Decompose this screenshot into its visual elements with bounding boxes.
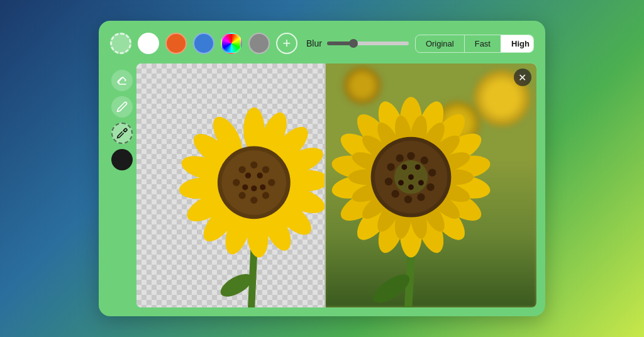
swatch-transparent[interactable]: [110, 33, 131, 54]
close-button[interactable]: ✕: [514, 69, 531, 86]
svg-point-84: [415, 164, 421, 170]
svg-point-74: [407, 152, 414, 160]
pencil-tool-button[interactable]: [111, 96, 133, 118]
brush-size-button[interactable]: [111, 149, 133, 170]
main-area: ✕: [108, 64, 536, 307]
quality-high-button[interactable]: High: [501, 35, 534, 52]
svg-point-25: [239, 192, 246, 199]
side-tools: [108, 64, 136, 307]
svg-point-76: [428, 168, 436, 176]
svg-point-28: [257, 172, 262, 178]
svg-point-83: [396, 154, 403, 162]
svg-point-21: [262, 166, 269, 173]
swatch-blue[interactable]: [193, 33, 214, 54]
blur-slider[interactable]: [327, 41, 409, 45]
svg-point-29: [245, 172, 251, 178]
svg-point-20: [250, 162, 257, 168]
svg-point-82: [387, 163, 394, 171]
svg-point-19: [221, 150, 286, 215]
swatch-gray[interactable]: [248, 33, 270, 54]
svg-point-75: [420, 157, 428, 164]
blur-label: Blur: [306, 38, 322, 48]
eraser-tool-button[interactable]: [111, 70, 133, 91]
quality-fast-button[interactable]: Fast: [464, 35, 501, 52]
svg-point-85: [401, 164, 407, 170]
svg-point-22: [268, 179, 275, 186]
toolbar: + Blur Original Fast High: [108, 30, 536, 57]
app-window: + Blur Original Fast High: [99, 21, 545, 316]
svg-point-79: [404, 196, 412, 203]
svg-point-24: [250, 197, 257, 204]
swatch-white[interactable]: [138, 33, 159, 54]
quality-original-button[interactable]: Original: [416, 35, 464, 52]
sunflower-svg-right: [325, 64, 536, 307]
swatch-rainbow[interactable]: [221, 33, 242, 54]
add-color-button[interactable]: +: [276, 33, 297, 54]
canvas-divider: [325, 64, 326, 307]
svg-point-26: [233, 179, 240, 186]
svg-point-77: [426, 183, 434, 191]
svg-point-30: [251, 185, 257, 191]
quality-buttons: Original Fast High: [415, 35, 534, 53]
svg-point-23: [262, 192, 269, 199]
swatch-orange[interactable]: [165, 33, 187, 54]
blur-section: Blur: [306, 38, 409, 48]
canvas: ✕: [136, 64, 536, 307]
canvas-transparent-area: [136, 64, 325, 307]
svg-point-31: [260, 184, 265, 190]
svg-point-78: [417, 193, 425, 201]
dropper-tool-button[interactable]: [111, 123, 133, 144]
svg-point-87: [418, 180, 424, 185]
svg-point-27: [239, 166, 246, 173]
svg-point-81: [385, 178, 392, 185]
svg-point-88: [398, 180, 404, 185]
sunflower-svg-left: [136, 64, 325, 307]
svg-point-80: [391, 190, 399, 197]
svg-point-32: [242, 184, 248, 190]
svg-point-86: [408, 184, 414, 190]
canvas-original-area: ✕: [325, 64, 536, 307]
svg-point-89: [408, 174, 414, 180]
